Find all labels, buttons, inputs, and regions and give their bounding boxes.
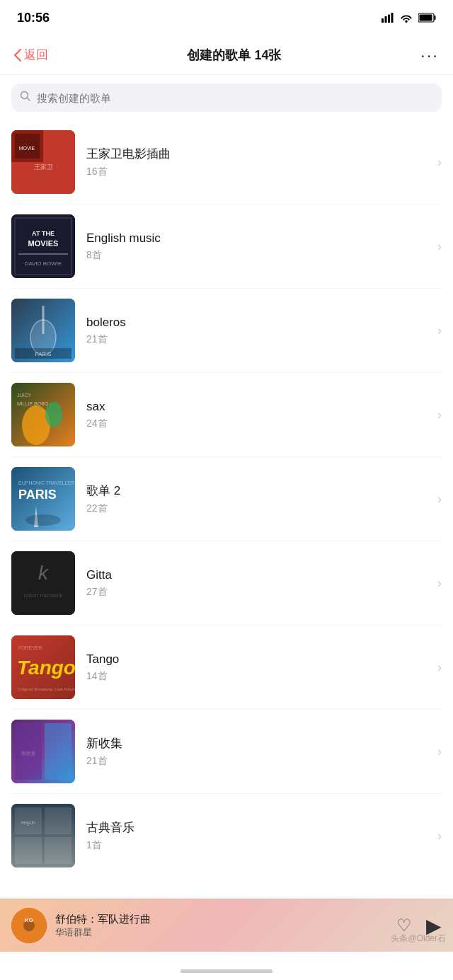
playlist-info: 王家卫电影插曲 16首 bbox=[86, 146, 432, 178]
svg-text:MOVIE: MOVIE bbox=[19, 146, 35, 151]
svg-rect-17 bbox=[18, 253, 68, 255]
battery-icon bbox=[418, 13, 436, 23]
chevron-right-icon: › bbox=[437, 492, 442, 507]
cover-art-8: 新收集 bbox=[11, 720, 75, 783]
svg-text:EUPHONIC TRAVELLER: EUPHONIC TRAVELLER bbox=[18, 480, 74, 485]
list-item[interactable]: EUPHONIC TRAVELLER PARIS 歌单 2 22首 › bbox=[11, 457, 442, 541]
playlist-cover: EUPHONIC TRAVELLER PARIS bbox=[11, 467, 75, 531]
search-icon bbox=[20, 91, 31, 105]
player-title: 舒伯特：军队进行曲 bbox=[55, 913, 388, 926]
list-item[interactable]: AT THE MOVIES DAVID BOWIE English music … bbox=[11, 204, 442, 289]
svg-rect-47 bbox=[45, 807, 71, 834]
playlist-count: 1首 bbox=[86, 839, 432, 852]
svg-rect-43 bbox=[45, 723, 71, 780]
playlist-name: 新收集 bbox=[86, 735, 432, 751]
playlist-count: 22首 bbox=[86, 502, 432, 515]
chevron-right-icon: › bbox=[437, 829, 442, 843]
svg-rect-5 bbox=[435, 16, 436, 20]
chevron-right-icon: › bbox=[437, 660, 442, 675]
list-item[interactable]: PARIS boleros 21首 › bbox=[11, 289, 442, 373]
cover-art-5: EUPHONIC TRAVELLER PARIS bbox=[11, 467, 75, 531]
chevron-right-icon: › bbox=[437, 744, 442, 759]
search-box[interactable] bbox=[11, 83, 442, 112]
list-item[interactable]: 王家卫 MOVIE 王家卫电影插曲 16首 › bbox=[11, 120, 442, 204]
cover-art-4: JUICY MILLIE BOBO bbox=[11, 383, 75, 446]
playlist-list: 王家卫 MOVIE 王家卫电影插曲 16首 › AT THE MOVIES DA… bbox=[0, 120, 453, 877]
playlist-cover: Haydn bbox=[11, 804, 75, 867]
chevron-right-icon: › bbox=[437, 239, 442, 254]
chevron-right-icon: › bbox=[437, 576, 442, 591]
player-avatar: KG bbox=[11, 908, 47, 943]
playlist-name: 王家卫电影插曲 bbox=[86, 146, 432, 162]
wifi-icon bbox=[400, 13, 413, 23]
svg-rect-48 bbox=[15, 837, 42, 864]
cover-art-9: Haydn bbox=[11, 804, 75, 867]
playlist-cover: k robert michaels bbox=[11, 551, 75, 615]
list-item[interactable]: JUICY MILLIE BOBO sax 24首 › bbox=[11, 373, 442, 457]
svg-rect-6 bbox=[420, 15, 432, 21]
player-bar: KG 舒伯特：军队进行曲 华语群星 ♡ ▶ bbox=[0, 899, 453, 952]
more-button[interactable]: ··· bbox=[420, 45, 439, 65]
svg-rect-0 bbox=[382, 18, 384, 23]
svg-text:AT THE: AT THE bbox=[32, 230, 55, 237]
svg-text:k: k bbox=[38, 562, 50, 584]
svg-text:Haydn: Haydn bbox=[21, 820, 35, 826]
svg-text:JUICY: JUICY bbox=[17, 393, 32, 398]
playlist-cover: JUICY MILLIE BOBO bbox=[11, 383, 75, 446]
playlist-name: Tango bbox=[86, 652, 432, 667]
playlist-cover: 新收集 bbox=[11, 720, 75, 783]
playlist-cover: AT THE MOVIES DAVID BOWIE bbox=[11, 214, 75, 278]
playlist-name: boleros bbox=[86, 316, 432, 330]
svg-text:MOVIES: MOVIES bbox=[28, 239, 59, 248]
svg-rect-3 bbox=[391, 13, 394, 23]
svg-rect-2 bbox=[388, 15, 390, 23]
playlist-info: 歌单 2 22首 bbox=[86, 483, 432, 515]
playlist-name: sax bbox=[86, 400, 432, 414]
playlist-info: sax 24首 bbox=[86, 400, 432, 430]
chevron-right-icon: › bbox=[437, 155, 442, 170]
svg-rect-49 bbox=[45, 837, 71, 864]
playlist-count: 21首 bbox=[86, 333, 432, 346]
cover-art-7: FOREVER Tango Original Broadway Cast Alb… bbox=[11, 635, 75, 699]
list-item[interactable]: Haydn 古典音乐 1首 › bbox=[11, 794, 442, 877]
svg-point-33 bbox=[25, 514, 61, 526]
playlist-count: 14首 bbox=[86, 670, 432, 683]
playlist-info: Tango 14首 bbox=[86, 652, 432, 683]
playlist-count: 8首 bbox=[86, 249, 432, 262]
svg-rect-1 bbox=[385, 16, 387, 23]
svg-text:FOREVER: FOREVER bbox=[18, 645, 42, 650]
status-time: 10:56 bbox=[17, 11, 50, 25]
search-container bbox=[0, 75, 453, 120]
status-bar: 10:56 bbox=[0, 0, 453, 35]
status-icons bbox=[382, 13, 436, 23]
watermark: 头条@Older石 bbox=[391, 933, 446, 945]
svg-text:DAVID BOWIE: DAVID BOWIE bbox=[25, 260, 62, 267]
list-item[interactable]: k robert michaels Gitta 27首 › bbox=[11, 541, 442, 626]
cover-art-3: PARIS bbox=[11, 299, 75, 362]
player-album-art: KG bbox=[11, 908, 47, 943]
svg-text:王家卫: 王家卫 bbox=[34, 163, 53, 171]
back-button[interactable]: 返回 bbox=[14, 47, 48, 63]
list-item[interactable]: 新收集 新收集 21首 › bbox=[11, 710, 442, 794]
svg-text:MILLIE BOBO: MILLIE BOBO bbox=[17, 401, 49, 406]
search-input[interactable] bbox=[37, 92, 433, 104]
playlist-cover: PARIS bbox=[11, 299, 75, 362]
playlist-info: 新收集 21首 bbox=[86, 735, 432, 768]
svg-text:Original Broadway Cast Album: Original Broadway Cast Album bbox=[18, 687, 75, 691]
player-artist: 华语群星 bbox=[55, 926, 388, 939]
playlist-name: English music bbox=[86, 231, 432, 246]
playlist-info: Gitta 27首 bbox=[86, 568, 432, 599]
playlist-cover: 王家卫 MOVIE bbox=[11, 130, 75, 194]
page-title: 创建的歌单 14张 bbox=[187, 47, 281, 64]
svg-text:Tango: Tango bbox=[17, 657, 75, 679]
list-item[interactable]: FOREVER Tango Original Broadway Cast Alb… bbox=[11, 626, 442, 710]
playlist-info: boleros 21首 bbox=[86, 316, 432, 346]
cover-art-6: k robert michaels bbox=[11, 551, 75, 615]
playlist-name: 古典音乐 bbox=[86, 819, 432, 836]
playlist-info: English music 8首 bbox=[86, 231, 432, 262]
playlist-count: 16首 bbox=[86, 166, 432, 178]
playlist-name: 歌单 2 bbox=[86, 483, 432, 499]
playlist-count: 21首 bbox=[86, 755, 432, 768]
svg-text:PARIS: PARIS bbox=[35, 351, 51, 357]
playlist-cover: FOREVER Tango Original Broadway Cast Alb… bbox=[11, 635, 75, 699]
